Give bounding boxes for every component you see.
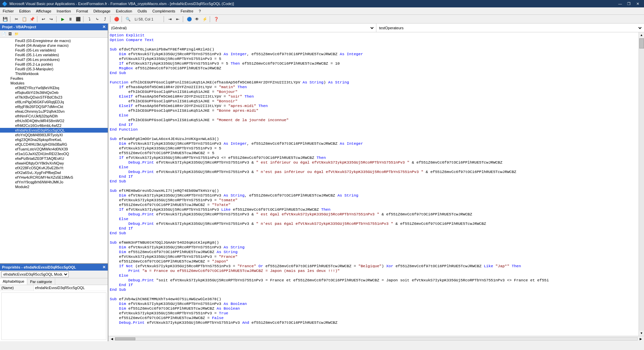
minimize-button[interactable]: — [616,0,624,7]
tree-item-m9[interactable]: efhM2Co16Gv4tbmbL4wfZ2 [0,123,108,128]
tb-stop[interactable]: ⬛ [74,15,82,23]
scroll-right-arrow[interactable]: ▶ [638,336,643,342]
menu-item-format[interactable]: Format [74,7,91,14]
tree-item-m7[interactable]: efhNmFCrUJkfIj32bpNDlh [0,114,108,118]
code-text: End If [110,226,133,231]
tree-item-feuil7[interactable]: Feuil7 (06-Les procédures) [0,57,108,62]
menu-item-excution[interactable]: Exécution [113,7,135,14]
tree-item-m5[interactable]: ef8yjF8b26FDQSiP7dMrnCkt [0,104,108,109]
tree-item-thisworkbook[interactable]: ThisWorkbook [0,71,108,76]
scroll-track[interactable] [639,38,644,330]
tb-cut[interactable]: ✂ [13,15,20,23]
project-tree[interactable]: Feuil3 (03-Enregistreur de macro)Feuil4 … [0,38,108,263]
tb-watch[interactable]: 👁 [193,15,201,23]
tb-undo[interactable]: ↩ [40,15,47,23]
horizontal-scrollbar-area[interactable]: ◀ ▶ [108,336,644,341]
tree-item-m17[interactable]: efwwHDfqtyOrY8k9vXnNQwy [0,161,108,166]
properties-textarea[interactable] [1,292,106,340]
menu-item-complments[interactable]: Compléments [150,7,178,14]
tb-pause[interactable]: ⏸ [67,15,74,23]
menu-item-affichage[interactable]: Affichage [33,7,54,14]
tree-item-m13[interactable]: efQLCD4f4U3kUgIH3Xk0BaRG [0,142,108,147]
tb-outdent[interactable]: ⇤ [174,15,181,23]
properties-panel-close[interactable]: ✕ [102,265,106,270]
tree-item-modules[interactable]: Modules [0,81,108,85]
menu-item-insertion[interactable]: Insertion [54,7,73,14]
tb-step-out[interactable]: ⤴ [101,15,109,23]
tree-item-m3[interactable]: ef7lkXBvQDxinSTFBdC8x23 [0,95,108,100]
tree-item-feuilles[interactable]: Feuilles [0,76,108,81]
restore-button[interactable]: ❐ [624,0,633,7]
tree-item-feuil6[interactable]: Feuil6 (05.1-Les variables) [0,53,108,57]
tb-save[interactable]: 💾 [1,15,9,23]
tab-alphabetique[interactable]: Alphabétique [0,278,27,285]
tree-item-m1[interactable]: ef3fdfZYRczYw9j8eVKEbq [0,85,108,90]
tree-item-m12[interactable]: efqj23QK0na26pkspRreKwL [0,137,108,142]
tree-item-m6[interactable]: efeaLOhmmiy1uJP2q8vk33vn [0,109,108,114]
tree-item-m21[interactable]: efYmY9cqg8rh6NW4hJMKJo [0,180,108,184]
code-line: Else [108,113,639,118]
vertical-scrollbar[interactable]: ▲ ▼ [639,32,644,336]
code-proc-select[interactable]: testOperateurs [378,26,643,30]
scroll-thumb[interactable] [639,38,644,48]
project-view-object[interactable]: 🖼 [7,31,13,37]
tb-help[interactable]: ❓ [212,15,220,23]
code-line: Debug.Print efVtNxukS7IykpK335GUj5RcoRPT… [108,212,639,217]
tree-item-m14[interactable]: efTuamLstoV2QMWkn4d0NX39 [0,147,108,151]
tb-quickwatch[interactable]: ⚡ [201,15,208,23]
menu-item-outils[interactable]: Outils [135,7,149,14]
project-toggle-folders[interactable]: 📁 [13,31,20,37]
tab-parcategorie[interactable]: Par catégorie [27,278,55,285]
tb-step-into[interactable]: ⤵ [86,15,93,23]
tree-item-m16[interactable]: efwPizBrta6ZE0FT3AQfEsKU [0,156,108,161]
project-panel-close[interactable]: ✕ [102,25,106,29]
tree-item-m2[interactable]: ef5qku6bYi19s3tthtQsOeb [0,90,108,95]
tb-redo[interactable]: ↪ [47,15,55,23]
h-scroll-track[interactable] [115,337,638,341]
menu-item-[interactable]: ? [196,7,203,14]
tree-item-m22[interactable]: Module2 [0,184,108,189]
tb-break[interactable]: 🔴 [113,15,120,23]
properties-tabs: Alphabétique Par catégorie [0,278,108,285]
tree-item-feuil8[interactable]: Feuil8 (05.2-La portée) [0,62,108,67]
menu-item-fentre[interactable]: Fenêtre [178,7,196,14]
tree-item-feuil5[interactable]: Feuil5 (05-Les variables) [0,48,108,53]
tree-item-m15[interactable]: ef1w1GJwXtZD41lmREI23eoOQ [0,151,108,156]
tree-item-m18[interactable]: efX228FcO5QKvKJ5vE28xYt [0,166,108,170]
tree-item-feuil4[interactable]: Feuil4 (04-Analyse d'une macro) [0,43,108,48]
menu-item-fichier[interactable]: Fichier [0,7,16,14]
tree-item-m19[interactable]: efX2a6SvL-XygFnPffbejDwI [0,170,108,175]
scroll-up-arrow[interactable]: ▲ [639,32,644,38]
menu-item-edition[interactable]: Edition [16,7,33,14]
code-editor[interactable]: Option ExplicitOption Compare Text Sub e… [108,32,639,336]
tb-indent[interactable]: ⇥ [166,15,174,23]
scroll-down-arrow[interactable]: ▼ [639,330,644,336]
tree-item-feuil3[interactable]: Feuil3 (03-Enregistreur de macro) [0,38,108,43]
properties-object-select[interactable]: efndaNcEvxsiD3qR5cc5gOQL Module [1,271,69,277]
tree-label-feuil5: Feuil5 (05-Les variables) [15,48,56,52]
code-dropdown-right[interactable]: testOperateurs [376,24,644,32]
close-button[interactable]: ✕ [633,0,642,7]
properties-key-name: (Name) [0,285,34,291]
tb-find[interactable]: 🔍 [124,15,132,23]
tb-paste[interactable]: 📌 [28,15,36,23]
tree-label-m6: efeaLOhmmiy1uJP2q8vk33vn [15,109,65,113]
tb-run[interactable]: ▶ [59,15,66,23]
code-module-select[interactable]: (Général) [110,26,375,30]
tree-label-feuil9: Feuil9 (05.3-Manipuler) [15,67,54,71]
tree-item-m4[interactable]: ef8LmPlgOt6GKFv6RqtjEDJq [0,100,108,104]
code-dropdown-left[interactable]: (Général) [108,24,376,32]
scroll-left-arrow[interactable]: ◀ [109,336,114,342]
menu-item-dbogage[interactable]: Débogage [91,7,113,14]
tree-item-m11[interactable]: efoYnQQbM48983JRTyoIyXI [0,133,108,137]
tree-item-m10[interactable]: efndaNcEvxsiD3qR5cc5gOQL [0,128,108,133]
tree-item-m8[interactable]: efhUs9D4QtthcMR4S8mWO2 [0,118,108,123]
tb-breakpoint[interactable]: 🔵 [185,15,193,23]
project-view-code[interactable]: 📄 [1,31,7,37]
tb-copy[interactable]: 📋 [21,15,28,23]
tree-label-feuil4: Feuil4 (04-Analyse d'une macro) [15,43,69,47]
tree-item-feuil9[interactable]: Feuil9 (05.3-Manipuler) [0,67,108,71]
tb-step-over[interactable]: ⤷ [94,15,101,23]
h-scroll-thumb[interactable] [115,338,135,340]
tree-item-m20[interactable]: efYHw4cRCRGMY4eXZs5E19MvS [0,175,108,180]
